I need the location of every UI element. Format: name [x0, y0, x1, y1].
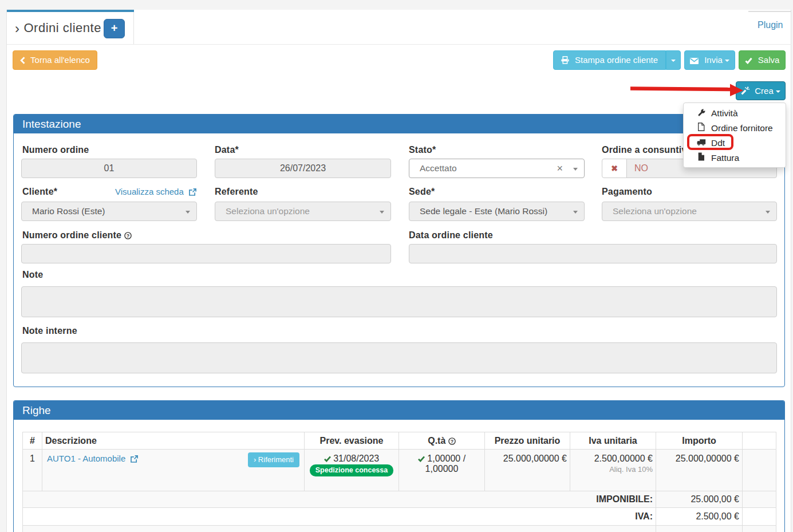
svg-text:?: ? — [451, 438, 453, 444]
svg-text:?: ? — [126, 233, 129, 239]
